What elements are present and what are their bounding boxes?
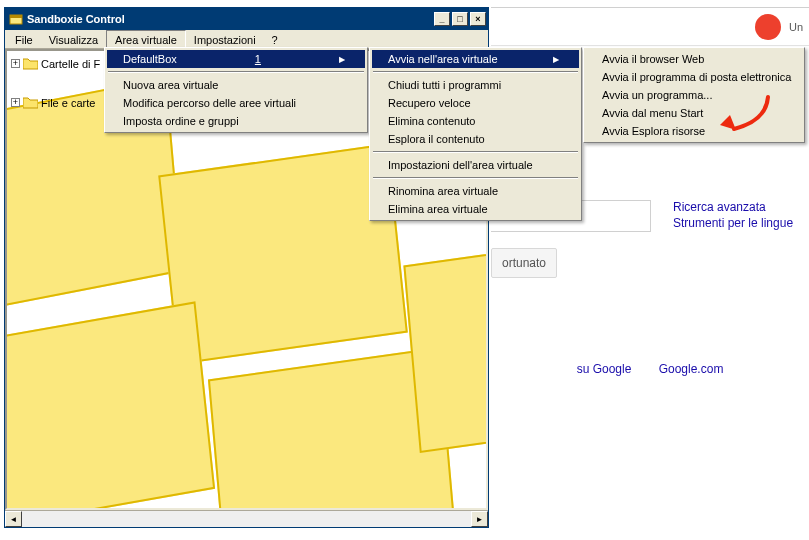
footer-link-about[interactable]: su Google (577, 362, 632, 376)
svg-rect-1 (10, 15, 22, 18)
scroll-track[interactable] (22, 511, 471, 527)
defaultbox-submenu: Avvia nell'area virtuale ▶ Chiudi tutti … (369, 47, 582, 221)
menu-label: Avvia un programma... (602, 89, 712, 101)
menu-edit-path[interactable]: Modifica percorso delle aree virtuali (107, 94, 365, 112)
menu-run-mail[interactable]: Avvia il programma di posta elettronica (586, 68, 802, 86)
minimize-button[interactable]: _ (434, 12, 450, 26)
tree-view[interactable]: + Cartelle di F + File e carte (11, 55, 100, 133)
menu-separator (373, 151, 578, 153)
menu-label: DefaultBox (123, 53, 177, 65)
menu-rename-sandbox[interactable]: Rinomina area virtuale (372, 182, 579, 200)
expand-icon[interactable]: + (11, 59, 20, 68)
menu-order-groups[interactable]: Imposta ordine e gruppi (107, 112, 365, 130)
menu-label: Avvia il programma di posta elettronica (602, 71, 791, 83)
menu-label: Nuova area virtuale (123, 79, 218, 91)
menu-delete-sandbox[interactable]: Elimina area virtuale (372, 200, 579, 218)
close-button[interactable]: × (470, 12, 486, 26)
window-title: Sandboxie Control (27, 13, 432, 25)
menubar-view[interactable]: Visualizza (41, 30, 106, 48)
menu-run-explorer[interactable]: Avvia Esplora risorse (586, 122, 802, 140)
tree-row-files[interactable]: + File e carte (11, 94, 100, 111)
footer-link-googlecom[interactable]: Google.com (659, 362, 724, 376)
menu-accel: 1 (235, 53, 261, 65)
menu-run-browser[interactable]: Avvia il browser Web (586, 50, 802, 68)
expand-icon[interactable]: + (11, 98, 20, 107)
menubar-settings[interactable]: Impostazioni (186, 30, 264, 48)
search-side-links: Ricerca avanzata Strumenti per le lingue (673, 200, 793, 232)
menu-label: Elimina area virtuale (388, 203, 488, 215)
scroll-right-icon[interactable]: ► (471, 511, 488, 527)
browser-footer-links: su Google Google.com (491, 362, 809, 376)
tree-label: Cartelle di F (41, 58, 100, 70)
submenu-arrow-icon: ▶ (319, 55, 345, 64)
menu-label: Avvia Esplora risorse (602, 125, 705, 137)
menu-label: Recupero veloce (388, 97, 471, 109)
lucky-button-fragment[interactable]: ortunato (491, 248, 557, 278)
browser-toolbar: Un (491, 8, 809, 46)
menu-separator (373, 177, 578, 179)
menu-run-startmenu[interactable]: Avvia dal menu Start (586, 104, 802, 122)
horizontal-scrollbar[interactable]: ◄ ► (5, 510, 488, 527)
menu-delete-content[interactable]: Elimina contenuto (372, 112, 579, 130)
tree-row-folders[interactable]: + Cartelle di F (11, 55, 100, 72)
menubar-file[interactable]: File (7, 30, 41, 48)
run-submenu: Avvia il browser Web Avvia il programma … (583, 47, 805, 143)
menu-label: Esplora il contenuto (388, 133, 485, 145)
sandbox-menu: DefaultBox 1 ▶ Nuova area virtuale Modif… (104, 47, 368, 133)
menubar-help[interactable]: ? (264, 30, 286, 48)
menu-label: Elimina contenuto (388, 115, 475, 127)
app-icon (9, 12, 23, 26)
link-language-tools[interactable]: Strumenti per le lingue (673, 216, 793, 230)
menu-label: Modifica percorso delle aree virtuali (123, 97, 296, 109)
submenu-arrow-icon: ▶ (533, 55, 559, 64)
folder-icon (23, 96, 38, 109)
menu-label: Rinomina area virtuale (388, 185, 498, 197)
menu-sandbox-settings[interactable]: Impostazioni dell'area virtuale (372, 156, 579, 174)
menu-run-program[interactable]: Avvia un programma... (586, 86, 802, 104)
menu-separator (373, 71, 578, 73)
menu-label: Avvia il browser Web (602, 53, 704, 65)
maximize-button[interactable]: □ (452, 12, 468, 26)
titlebar[interactable]: Sandboxie Control _ □ × (5, 8, 488, 30)
menu-label: Avvia nell'area virtuale (388, 53, 498, 65)
menu-defaultbox[interactable]: DefaultBox 1 ▶ (107, 50, 365, 68)
menu-explore-content[interactable]: Esplora il contenuto (372, 130, 579, 148)
menu-close-all[interactable]: Chiudi tutti i programmi (372, 76, 579, 94)
top-text-fragment: Un (789, 21, 803, 33)
tree-label: File e carte (41, 97, 95, 109)
menu-run-in-sandbox[interactable]: Avvia nell'area virtuale ▶ (372, 50, 579, 68)
menu-new-sandbox[interactable]: Nuova area virtuale (107, 76, 365, 94)
menu-separator (108, 71, 364, 73)
scroll-left-icon[interactable]: ◄ (5, 511, 22, 527)
menu-label: Imposta ordine e gruppi (123, 115, 239, 127)
menu-quick-recover[interactable]: Recupero veloce (372, 94, 579, 112)
menubar-sandbox[interactable]: Area virtuale (106, 30, 186, 48)
menu-label: Avvia dal menu Start (602, 107, 703, 119)
link-advanced-search[interactable]: Ricerca avanzata (673, 200, 793, 214)
menu-label: Chiudi tutti i programmi (388, 79, 501, 91)
folder-icon (23, 57, 38, 70)
browser-avatar-icon (755, 14, 781, 40)
menu-label: Impostazioni dell'area virtuale (388, 159, 533, 171)
